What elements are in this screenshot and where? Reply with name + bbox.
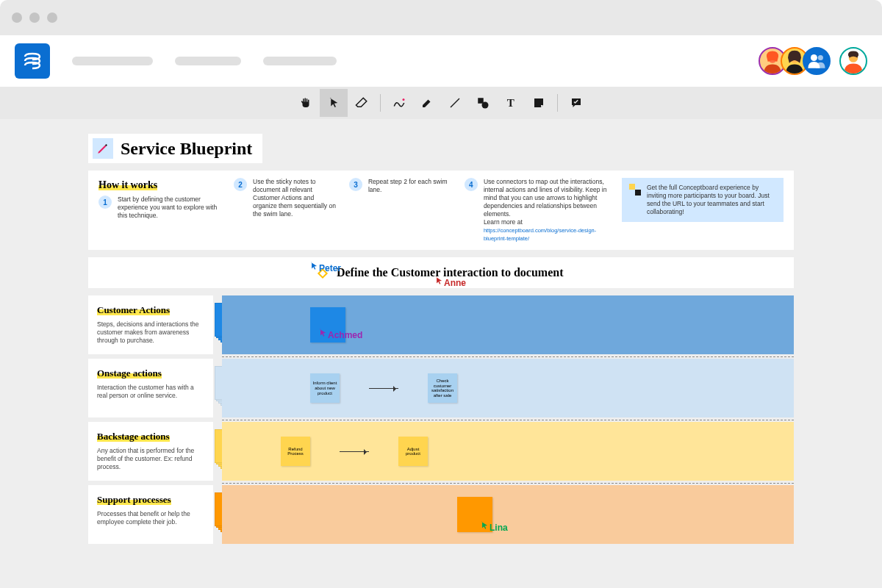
collaborator-avatars [764,47,867,75]
svg-rect-6 [478,98,484,104]
toolbar-separator [380,94,381,112]
step-number: 4 [465,178,478,191]
promo-text: Get the full Conceptboard experience by … [647,184,776,216]
lane-title: Backstage actions [97,431,170,442]
lane-track[interactable]: Inform client about new product Check cu… [222,359,794,417]
learn-more-prefix: Learn more at [484,218,523,226]
canvas[interactable]: Service Blueprint How it works 1 Start b… [0,119,882,588]
toolbar: T [0,87,882,119]
toolbar-separator [557,94,558,112]
promo-box: Get the full Conceptboard experience by … [622,178,784,222]
lane-divider [222,420,794,420]
step-text: Start by defining the customer experienc… [118,196,223,220]
step-text: Use the sticky notes to document all rel… [253,178,339,218]
learn-more-link[interactable]: https://conceptboard.com/blog/service-de… [484,227,596,242]
connector-arrow[interactable] [369,388,398,389]
hiw-title: How it works [98,179,157,190]
svg-text:T: T [507,97,514,109]
lane-title: Onstage actions [97,368,162,379]
promo-icon [629,184,641,196]
cursor-anne: Anne [434,276,466,288]
avatar-current-user[interactable] [839,47,867,75]
conceptboard-logo[interactable] [15,43,50,79]
comment-tool[interactable] [562,89,590,117]
step-text: Use connectors to map out the interactio… [484,178,607,218]
lane-desc: Interaction the customer has with a real… [97,384,204,400]
text-tool[interactable]: T [497,89,525,117]
sticky-note[interactable]: Check customer satisfaction after sale [428,373,457,403]
breadcrumb-placeholder [72,57,153,65]
step-number: 2 [234,178,247,191]
marker-tool[interactable] [413,89,441,117]
add-collaborator-button[interactable] [803,47,831,75]
eraser-tool[interactable] [348,89,376,117]
board-title: Service Blueprint [121,139,252,159]
breadcrumb-placeholder [263,57,337,65]
step-number: 1 [98,196,112,209]
pointer-tool[interactable] [320,89,348,117]
sticky-note[interactable]: Refund Process [281,437,310,466]
sticky-note[interactable]: Adjust product [398,437,428,466]
lane-title: Support processes [97,494,171,505]
shape-tool[interactable] [469,89,497,117]
svg-point-5 [403,98,405,101]
lane-desc: Processes that benefit or help the emplo… [97,510,204,526]
lane-track[interactable]: Achmed [222,295,794,354]
line-tool[interactable] [441,89,469,117]
lane-track[interactable]: Refund Process Adjust product [222,422,794,481]
pencil-icon [93,138,113,159]
svg-point-2 [811,54,817,61]
window-dot [12,12,22,23]
sticky-note-tool[interactable] [525,89,553,117]
lane-backstage-actions: Backstage actions Any action that is per… [88,422,794,481]
lane-divider [222,483,794,484]
svg-point-7 [482,102,489,109]
section-prompt-row: Define the Customer interaction to docum… [88,257,794,288]
lane-desc: Steps, decisions and interactions the cu… [97,320,204,345]
window-dot [29,12,40,23]
how-it-works-panel: How it works 1 Start by defining the cus… [88,171,794,250]
pen-tool[interactable] [385,89,413,117]
sticky-note[interactable]: Inform client about new product [310,373,340,403]
window-dot [47,12,57,23]
svg-point-3 [818,55,823,60]
swim-lanes: Customer Actions Steps, decisions and in… [88,295,794,544]
lane-title: Customer Actions [97,304,170,315]
cursor-peter: Peter [309,261,341,273]
cursor-achmed: Achmed [318,328,362,340]
app-header [0,35,882,87]
breadcrumb-placeholder [175,57,241,65]
hand-tool[interactable] [292,89,320,117]
lane-divider [222,356,794,357]
lane-support-processes: Support processes Processes that benefit… [88,485,794,544]
board-title-card: Service Blueprint [88,134,262,163]
lane-desc: Any action that is performed for the ben… [97,447,204,471]
cursor-lina: Lina [479,520,508,533]
browser-chrome [0,0,882,35]
lane-onstage-actions: Onstage actions Interaction the customer… [88,359,794,417]
lane-track[interactable]: Lina [222,485,794,544]
lane-customer-actions: Customer Actions Steps, decisions and in… [88,295,794,354]
connector-arrow[interactable] [340,451,369,452]
step-text: Repeat step 2 for each swim lane. [368,178,454,194]
step-number: 3 [349,178,362,191]
